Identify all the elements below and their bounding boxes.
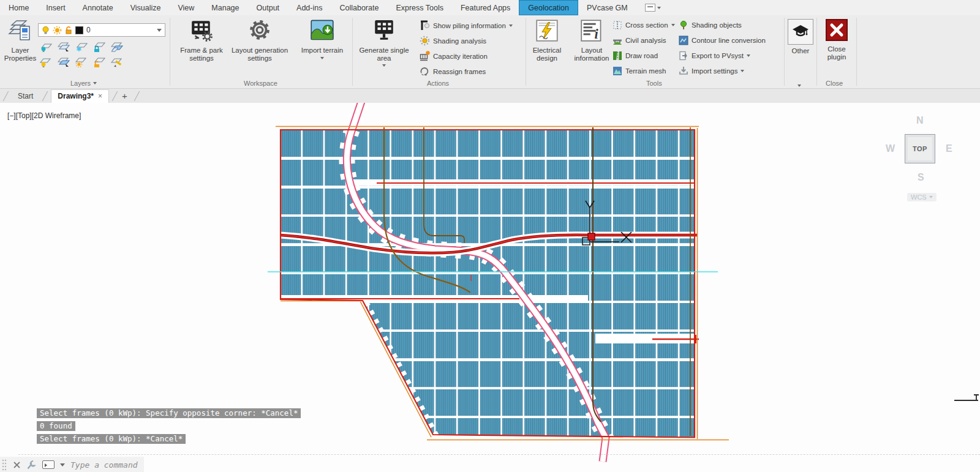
workspace-panel-title: Workspace bbox=[244, 80, 277, 87]
wcs-dropdown[interactable]: WCS bbox=[907, 193, 937, 201]
layout-information-label: Layout information bbox=[567, 47, 616, 62]
electrical-design-button[interactable]: Electrical design bbox=[528, 19, 566, 62]
export-to-pvsyst-button[interactable]: Export to PVsyst bbox=[679, 51, 750, 61]
layer-freeze-icon[interactable] bbox=[75, 42, 88, 53]
close-plugin-button[interactable]: Close plugin bbox=[823, 19, 850, 61]
draw-road-button[interactable]: Draw road bbox=[612, 51, 658, 61]
svg-text:i: i bbox=[594, 26, 598, 42]
layer-properties-icon bbox=[8, 19, 32, 44]
close-plugin-label-2: plugin bbox=[827, 53, 846, 61]
wrench-icon[interactable] bbox=[26, 460, 37, 470]
menu-pvcase-gm[interactable]: PVcase GM bbox=[578, 0, 636, 15]
layer-unisolate-icon[interactable] bbox=[57, 57, 70, 68]
viewcube-west[interactable]: W bbox=[886, 143, 895, 154]
layer-tools-row-1 bbox=[39, 42, 124, 53]
other-button[interactable]: Other bbox=[788, 19, 813, 55]
frame-park-settings-button[interactable]: Frame & park settings bbox=[176, 19, 227, 62]
frame-park-settings-icon bbox=[189, 19, 214, 44]
menu-insert[interactable]: Insert bbox=[37, 0, 74, 15]
menu-output[interactable]: Output bbox=[248, 0, 288, 15]
reassign-frames-button[interactable]: Reassign frames bbox=[420, 66, 486, 77]
chevron-down-icon bbox=[741, 70, 744, 72]
command-history-line: 0 found bbox=[37, 421, 75, 431]
close-tab-icon[interactable]: × bbox=[98, 92, 102, 100]
current-layer-name: 0 bbox=[86, 26, 91, 34]
ribbon-toggle-icon bbox=[645, 4, 655, 12]
frame-park-settings-label: Frame & park settings bbox=[176, 47, 227, 62]
import-icon bbox=[679, 66, 688, 76]
menu-featured-apps[interactable]: Featured Apps bbox=[452, 0, 519, 15]
layer-match-icon[interactable] bbox=[110, 42, 124, 53]
command-prompt-icon[interactable] bbox=[42, 460, 55, 469]
viewcube-top[interactable]: TOP bbox=[905, 134, 935, 163]
command-history: Select frames (0 kWp): Specify opposite … bbox=[37, 408, 301, 444]
import-terrain-button[interactable]: Import terrain bbox=[295, 19, 349, 59]
edge-object-marker bbox=[954, 395, 979, 400]
layer-isolate-icon[interactable] bbox=[57, 42, 70, 53]
piling-icon bbox=[420, 20, 430, 31]
close-command-icon[interactable] bbox=[13, 461, 21, 469]
close-plugin-label-1: Close bbox=[827, 45, 845, 53]
generate-single-area-button[interactable]: Generate single area bbox=[358, 19, 410, 67]
other-label: Other bbox=[792, 47, 810, 55]
cross-section-button[interactable]: Cross section bbox=[612, 20, 675, 30]
layer-walk-icon[interactable] bbox=[110, 57, 124, 68]
layer-thaw-icon[interactable] bbox=[75, 57, 88, 68]
menu-view[interactable]: View bbox=[169, 0, 203, 15]
new-tab-button[interactable]: + bbox=[121, 91, 131, 103]
contour-line-icon bbox=[679, 36, 688, 45]
menu-addins[interactable]: Add-ins bbox=[288, 0, 331, 15]
tab-drawing3[interactable]: Drawing3* × bbox=[51, 89, 109, 103]
layer-dropdown[interactable]: 0 bbox=[38, 23, 165, 37]
import-terrain-label: Import terrain bbox=[301, 47, 343, 54]
command-input[interactable]: Type a command bbox=[70, 460, 138, 470]
import-settings-button[interactable]: Import settings bbox=[679, 66, 744, 76]
drag-grip-icon[interactable] bbox=[1, 459, 7, 471]
command-input-bar[interactable]: Type a command bbox=[0, 457, 144, 472]
menu-annotate[interactable]: Annotate bbox=[74, 0, 122, 15]
terrain-mesh-button[interactable]: Terrain mesh bbox=[612, 66, 666, 76]
chevron-down-icon bbox=[657, 7, 661, 9]
generate-single-area-icon bbox=[371, 19, 397, 44]
layers-panel-title[interactable]: Layers bbox=[70, 80, 97, 87]
layer-lock-icon[interactable] bbox=[92, 42, 106, 53]
layer-unlock-tool-icon[interactable] bbox=[92, 57, 106, 68]
ribbon-display-toggle[interactable] bbox=[645, 0, 661, 15]
tab-start[interactable]: Start bbox=[12, 90, 39, 103]
chevron-down-icon bbox=[747, 54, 750, 57]
layout-information-button[interactable]: i Layout information bbox=[567, 19, 616, 62]
generate-single-area-label: Generate single area bbox=[358, 47, 410, 62]
actions-panel-title: Actions bbox=[427, 80, 449, 87]
chevron-down-icon[interactable] bbox=[60, 463, 65, 466]
layer-on-icon[interactable] bbox=[39, 57, 53, 68]
layer-off-icon[interactable] bbox=[39, 42, 53, 53]
show-piling-information-button[interactable]: Show piling information bbox=[420, 20, 513, 31]
civil-analysis-button[interactable]: Civil analysis bbox=[612, 36, 666, 45]
chevron-down-icon bbox=[93, 82, 97, 84]
capacity-iteration-button[interactable]: Capacity iteration bbox=[420, 51, 488, 61]
layer-color-swatch bbox=[75, 26, 83, 34]
layer-thaw-sun-icon bbox=[53, 26, 62, 35]
menu-visualize[interactable]: Visualize bbox=[122, 0, 170, 15]
civil-analysis-icon bbox=[612, 36, 622, 45]
layer-unlock-icon bbox=[65, 26, 72, 35]
layer-properties-button[interactable]: Layer Properties bbox=[4, 19, 37, 62]
shading-objects-button[interactable]: Shading objects bbox=[679, 20, 742, 30]
selection-grip[interactable] bbox=[588, 233, 595, 240]
menu-express-tools[interactable]: Express Tools bbox=[387, 0, 452, 15]
menu-home[interactable]: Home bbox=[0, 0, 37, 15]
viewcube-north[interactable]: N bbox=[916, 115, 924, 126]
contour-line-conversion-button[interactable]: Contour line conversion bbox=[679, 36, 766, 45]
chevron-down-icon bbox=[797, 84, 801, 87]
shading-analysis-button[interactable]: Shading analysis bbox=[420, 36, 486, 46]
other-panel-caret[interactable] bbox=[797, 84, 801, 87]
menu-manage[interactable]: Manage bbox=[203, 0, 247, 15]
viewcube-south[interactable]: S bbox=[918, 172, 924, 183]
viewcube-east[interactable]: E bbox=[946, 143, 952, 154]
drawing-canvas[interactable]: [−][Top][2D Wireframe] bbox=[0, 103, 980, 472]
layout-generation-settings-button[interactable]: Layout generation settings bbox=[228, 19, 292, 62]
cross-section-icon bbox=[612, 20, 622, 30]
command-history-line: Select frames (0 kWp): *Cancel* bbox=[37, 434, 186, 444]
menu-collaborate[interactable]: Collaborate bbox=[331, 0, 387, 15]
menu-geolocation[interactable]: Geolocation bbox=[519, 0, 578, 15]
